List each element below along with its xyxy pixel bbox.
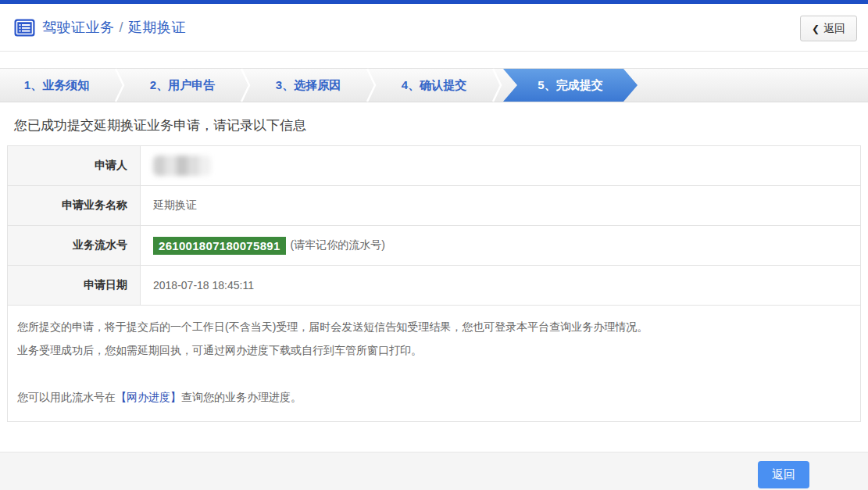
- notes-box: 您所提交的申请，将于提交后的一个工作日(不含当天)受理，届时会发送短信告知受理结…: [7, 306, 861, 422]
- stepbar-filler: [638, 69, 868, 102]
- success-message: 您已成功提交延期换证业务申请，请记录以下信息: [14, 116, 868, 134]
- table-row-serial-number: 业务流水号 261001807180075891 (请牢记你的流水号): [8, 226, 860, 266]
- breadcrumb-page: 延期换证: [128, 18, 186, 37]
- table-row-business-name: 申请业务名称 延期换证: [8, 186, 860, 226]
- return-button[interactable]: 返回: [758, 461, 809, 488]
- step-separator-chevron-icon: [365, 68, 377, 102]
- note-line-1: 您所提交的申请，将于提交后的一个工作日(不含当天)受理，届时会发送短信告知受理结…: [17, 315, 851, 338]
- progress-query-link[interactable]: 【网办进度】: [116, 391, 181, 403]
- step-separator-chevron-icon: [113, 68, 126, 102]
- row-label: 业务流水号: [8, 226, 141, 265]
- breadcrumb-separator: /: [120, 20, 124, 36]
- breadcrumb-section: 驾驶证业务: [42, 18, 115, 37]
- row-value: 261001807180075891 (请牢记你的流水号): [141, 226, 860, 265]
- table-row-applicant: 申请人: [8, 146, 860, 186]
- note-line-3-suffix: 查询您的业务办理进度。: [181, 391, 302, 403]
- step-progress-bar: 1、业务须知 2、用户申告 3、选择原因 4、确认提交 5、完成提交: [0, 68, 868, 102]
- result-table: 申请人 申请业务名称 延期换证 业务流水号 261001807180075891…: [7, 145, 861, 306]
- step-3-select-reason: 3、选择原因: [252, 69, 365, 102]
- step-4-label: 4、确认提交: [402, 78, 466, 93]
- applicant-name-redacted: [153, 156, 211, 176]
- step-1-business-notice: 1、业务须知: [0, 69, 113, 102]
- row-value: 2018-07-18 18:45:11: [141, 266, 860, 305]
- table-row-apply-date: 申请日期 2018-07-18 18:45:11: [8, 266, 860, 306]
- step-4-confirm-submit: 4、确认提交: [377, 69, 491, 102]
- note-line-3: 您可以用此流水号在【网办进度】查询您的业务办理进度。: [17, 385, 851, 409]
- step-1-label: 1、业务须知: [24, 78, 89, 93]
- step-separator-chevron-icon: [491, 68, 503, 102]
- step-5-label: 5、完成提交: [538, 78, 602, 93]
- step-3-label: 3、选择原因: [276, 78, 341, 93]
- row-value: [141, 146, 860, 185]
- chevron-left-icon: ❮: [812, 23, 820, 34]
- page-header: 驾驶证业务 / 延期换证 ❮ 返回: [0, 4, 868, 52]
- step-separator-chevron-icon: [239, 68, 252, 102]
- back-button-top-label: 返回: [823, 21, 845, 35]
- row-value: 延期换证: [141, 186, 860, 225]
- step-2-label: 2、用户申告: [150, 78, 215, 93]
- back-button-top[interactable]: ❮ 返回: [800, 16, 857, 41]
- row-label: 申请日期: [8, 266, 141, 305]
- footer-action-bar: 返回: [0, 452, 868, 490]
- list-form-icon: [14, 19, 35, 37]
- serial-number-note: (请牢记你的流水号): [291, 238, 385, 252]
- row-label: 申请人: [8, 146, 141, 185]
- step-5-complete-active: 5、完成提交: [503, 69, 638, 102]
- note-line-3-prefix: 您可以用此流水号在: [17, 391, 116, 403]
- note-line-2: 业务受理成功后，您如需延期回执，可通过网办进度下载或自行到车管所窗口打印。: [17, 338, 851, 362]
- row-label: 申请业务名称: [8, 186, 141, 225]
- result-content: 申请人 申请业务名称 延期换证 业务流水号 261001807180075891…: [7, 145, 861, 422]
- serial-number-badge: 261001807180075891: [153, 237, 286, 255]
- step-2-user-declaration: 2、用户申告: [126, 69, 239, 102]
